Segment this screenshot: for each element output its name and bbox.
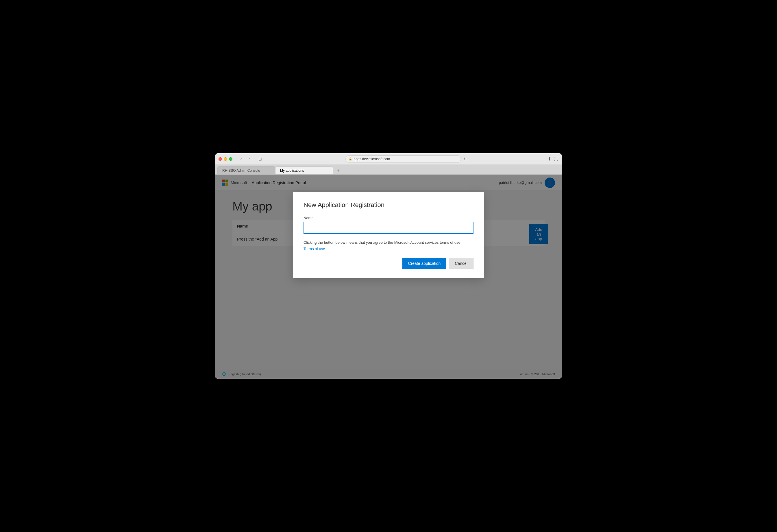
- share-button[interactable]: ⬆: [548, 156, 552, 162]
- new-tab-icon: +: [337, 168, 340, 174]
- name-input[interactable]: [304, 222, 473, 234]
- tab-rh-sso-label: RH-SSO Admin Console: [222, 169, 260, 173]
- tabs-bar: RH-SSO Admin Console My applications +: [215, 165, 562, 175]
- maximize-button[interactable]: [229, 157, 232, 161]
- forward-icon: ›: [249, 157, 251, 161]
- browser-window: ‹ › ⊡ 🔒 apps.dev.microsoft.com ↻ ⬆ ⛶: [215, 153, 562, 379]
- lock-icon: 🔒: [349, 157, 352, 161]
- terms-description: Clicking the button below means that you…: [304, 240, 473, 245]
- terms-of-use-link[interactable]: Terms of use: [304, 247, 473, 251]
- cancel-button[interactable]: Cancel: [449, 258, 473, 269]
- minimize-button[interactable]: [224, 157, 227, 161]
- traffic-lights: [219, 157, 232, 161]
- share-icon: ⬆: [548, 156, 552, 161]
- modal-overlay: New Application Registration Name Clicki…: [215, 175, 562, 379]
- tab-view-button[interactable]: ⊡: [256, 155, 264, 163]
- address-bar[interactable]: 🔒 apps.dev.microsoft.com: [345, 155, 461, 163]
- toolbar-right: ⬆ ⛶: [548, 156, 558, 162]
- modal-dialog: New Application Registration Name Clicki…: [293, 192, 484, 278]
- tab-view-icon: ⊡: [258, 157, 262, 161]
- close-button[interactable]: [219, 157, 222, 161]
- modal-title: New Application Registration: [304, 201, 473, 209]
- fullscreen-icon: ⛶: [554, 156, 558, 161]
- tab-rh-sso[interactable]: RH-SSO Admin Console: [217, 166, 275, 174]
- modal-actions: Create application Cancel: [304, 258, 473, 269]
- name-field-label: Name: [304, 216, 473, 220]
- address-bar-container: 🔒 apps.dev.microsoft.com ↻: [266, 155, 545, 163]
- refresh-icon: ↻: [463, 157, 467, 161]
- page-content: Microsoft Application Registration Porta…: [215, 175, 562, 379]
- nav-buttons: ‹ ›: [237, 155, 254, 163]
- fullscreen-button[interactable]: ⛶: [554, 156, 558, 162]
- tab-my-applications[interactable]: My applications: [275, 166, 333, 174]
- back-button[interactable]: ‹: [237, 155, 245, 163]
- refresh-button[interactable]: ↻: [463, 157, 467, 161]
- url-text: apps.dev.microsoft.com: [354, 157, 390, 161]
- create-application-button[interactable]: Create application: [403, 258, 447, 269]
- new-tab-button[interactable]: +: [334, 168, 342, 174]
- forward-button[interactable]: ›: [246, 155, 254, 163]
- tab-my-applications-label: My applications: [280, 169, 304, 173]
- back-icon: ‹: [240, 157, 242, 161]
- title-bar: ‹ › ⊡ 🔒 apps.dev.microsoft.com ↻ ⬆ ⛶: [215, 153, 562, 165]
